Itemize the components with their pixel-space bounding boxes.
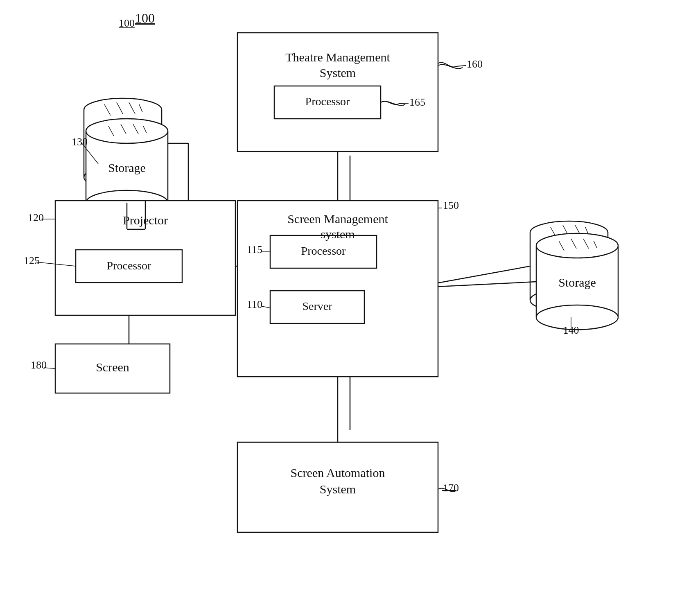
svg-text:165: 165 — [409, 96, 425, 108]
svg-text:Server: Server — [302, 300, 332, 312]
svg-text:Screen: Screen — [96, 360, 129, 374]
svg-point-31 — [86, 119, 168, 143]
svg-text:Screen Management: Screen Management — [287, 212, 388, 226]
svg-text:System: System — [320, 66, 356, 79]
svg-text:110: 110 — [247, 298, 262, 310]
svg-text:system: system — [321, 227, 355, 241]
svg-text:Processor: Processor — [301, 244, 346, 257]
svg-line-86 — [399, 103, 409, 104]
svg-text:Processor: Processor — [107, 259, 152, 272]
svg-text:Storage: Storage — [108, 161, 146, 174]
svg-text:180: 180 — [31, 359, 47, 371]
svg-line-61 — [438, 282, 536, 287]
svg-text:115: 115 — [247, 244, 262, 255]
svg-text:150: 150 — [443, 199, 459, 211]
svg-text:120: 120 — [28, 212, 44, 224]
svg-text:Projector: Projector — [123, 213, 168, 227]
svg-text:170: 170 — [443, 482, 459, 494]
svg-text:100: 100 — [135, 11, 155, 25]
svg-text:125: 125 — [24, 255, 40, 267]
svg-text:System: System — [320, 482, 356, 496]
svg-line-84 — [456, 66, 466, 66]
main-diagram-svg: Storage Storage — [0, 0, 700, 615]
svg-text:130: 130 — [72, 136, 88, 148]
svg-text:Processor: Processor — [305, 95, 350, 108]
svg-text:Screen Automation: Screen Automation — [291, 466, 385, 479]
svg-text:160: 160 — [467, 58, 483, 70]
svg-text:Storage: Storage — [558, 276, 596, 289]
svg-point-41 — [536, 233, 618, 258]
svg-text:Theatre Management: Theatre Management — [285, 50, 390, 64]
